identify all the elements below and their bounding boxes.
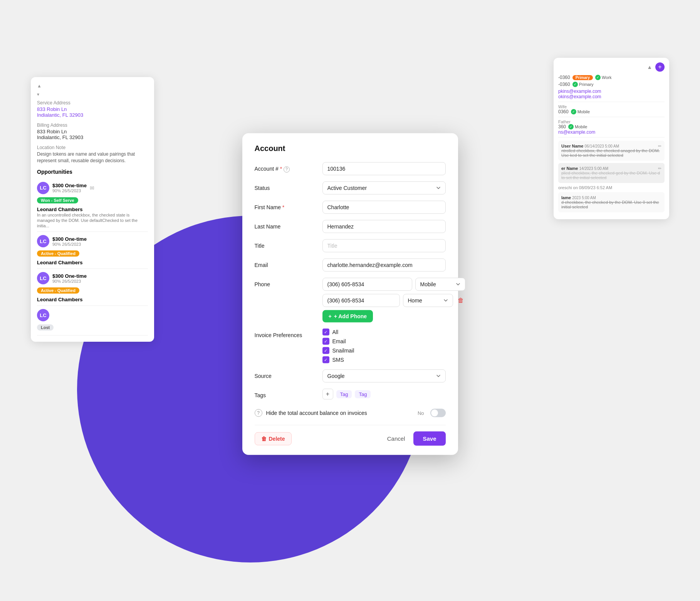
billing-address-label: Billing Address — [37, 123, 148, 128]
plus-icon: + — [329, 313, 332, 319]
invoice-pref-all[interactable]: ✓ All — [322, 329, 446, 336]
help-circle-icon[interactable]: ? — [255, 409, 262, 417]
chevron-up-icon[interactable]: ▲ — [647, 64, 652, 70]
chevron-up-icon[interactable]: ▲ — [37, 83, 148, 89]
invoice-pref-sms[interactable]: ✓ SMS — [322, 356, 446, 363]
edit-icon[interactable]: ✏ — [658, 144, 661, 149]
opp-badge-won: Won - Self Serve — [37, 197, 78, 203]
checkbox-sms[interactable]: ✓ — [322, 356, 329, 363]
mobile-badge: ✓ Mobile — [568, 124, 587, 129]
add-tag-button[interactable]: + — [322, 389, 333, 400]
phone-input-2[interactable] — [322, 294, 400, 307]
opp-desc: In an uncontrolled checkbox, the checked… — [37, 212, 148, 229]
hide-balance-toggle[interactable] — [430, 409, 446, 417]
contact-relation: Wife — [558, 104, 665, 109]
source-select[interactable]: Google Referral Social Media Other — [322, 369, 446, 383]
contact-phone: -0360 — [558, 82, 570, 87]
add-phone-label: + Add Phone — [334, 313, 367, 319]
required-indicator: * — [280, 166, 282, 172]
save-button[interactable]: Save — [413, 431, 445, 446]
service-address-label: Service Address — [37, 100, 148, 106]
contact-row: Wife 0360 ✓ Mobile — [558, 104, 665, 117]
notes-section: User Name 06/14/2023 5:00 AM ✏ ntrolled … — [558, 141, 665, 212]
note-footer: oreschi on 08/09/23 6:52 AM — [558, 185, 665, 190]
delete-phone-button[interactable]: 🗑 — [456, 295, 465, 306]
tags-field: + Tag Tag — [322, 389, 446, 400]
avatar: LC — [37, 235, 49, 247]
phone-input-1[interactable] — [322, 278, 412, 291]
phone-row-2: Mobile Home Work 🗑 — [322, 294, 465, 307]
invoice-prefs-label: Invoice Preferences — [255, 329, 316, 338]
service-address-line1[interactable]: 833 Robin Ln — [37, 106, 67, 112]
opportunities-section: Opportunities LC $300 One-time 90% 26/5/… — [37, 169, 148, 336]
phone-type-select-2[interactable]: Mobile Home Work — [403, 294, 453, 307]
email-label: Email — [255, 259, 316, 268]
tags-container: + Tag Tag — [322, 389, 446, 400]
modal-title: Account — [255, 144, 446, 153]
email-input[interactable] — [322, 259, 446, 272]
contact-email[interactable]: ns@example.com — [558, 129, 665, 135]
checkbox-snailmail[interactable]: ✓ — [322, 347, 329, 354]
opportunity-item[interactable]: LC Lost — [37, 306, 148, 336]
contact-phone: 0360 — [558, 109, 569, 114]
envelope-icon[interactable]: ✉ — [90, 185, 94, 191]
note-item: User Name 06/14/2023 5:00 AM ✏ ntrolled … — [558, 141, 665, 161]
add-contact-button[interactable]: + — [655, 62, 665, 72]
opportunity-item[interactable]: LC $300 One-time 90% 26/5/2023 Active - … — [37, 269, 148, 306]
checkbox-all[interactable]: ✓ — [322, 329, 329, 336]
required-indicator: * — [282, 204, 284, 210]
invoice-pref-email[interactable]: ✓ Email — [322, 338, 446, 345]
status-select[interactable]: Active Customer Inactive Lead Prospect — [322, 181, 446, 195]
tag-item-2[interactable]: Tag — [355, 390, 371, 398]
hide-balance-row: ? Hide the total account balance on invo… — [255, 406, 446, 417]
location-note-section: Location Note Design tokens are name and… — [37, 145, 148, 164]
opportunity-item[interactable]: LC $300 One-time 90% 26/5/2023 ✉ Won - S… — [37, 179, 148, 232]
note-item: er Name 14/2023 5:00 AM ✏ plied checkbox… — [558, 163, 665, 183]
primary-badge-green: ✓ Primary — [572, 82, 594, 87]
first-name-input[interactable] — [322, 201, 446, 214]
delete-button[interactable]: 🗑 Delete — [255, 432, 292, 445]
first-name-field — [322, 201, 446, 214]
mobile-label: Mobile — [575, 124, 587, 129]
first-name-row: First Name * — [255, 201, 446, 214]
edit-icon[interactable]: ✏ — [658, 166, 661, 171]
tags-label: Tags — [255, 389, 316, 398]
work-badge: ✓ Work — [595, 75, 611, 80]
invoice-pref-snailmail[interactable]: ✓ Snailmail — [322, 347, 446, 354]
phone-type-select-1[interactable]: Mobile Home Work — [415, 278, 465, 291]
invoice-pref-sms-label: SMS — [332, 357, 344, 363]
no-label: No — [418, 410, 424, 416]
invoice-pref-all-label: All — [332, 329, 339, 335]
tags-row: Tags + Tag Tag — [255, 389, 446, 400]
service-address-line2[interactable]: Indialantic, FL 32903 — [37, 112, 83, 118]
tag-item-1[interactable]: Tag — [336, 390, 352, 398]
contact-phone: 360 — [558, 124, 566, 129]
mobile-label: Mobile — [577, 109, 590, 114]
opp-amount: $300 One-time — [52, 183, 87, 188]
contact-email[interactable]: okins@example.com — [558, 94, 665, 99]
opportunity-item[interactable]: LC $300 One-time 90% 26/5/2023 Active - … — [37, 232, 148, 269]
status-row: Status Active Customer Inactive Lead Pro… — [255, 181, 446, 195]
title-input[interactable] — [322, 239, 446, 252]
opp-amount: $300 One-time — [52, 236, 87, 242]
account-number-input[interactable] — [322, 162, 446, 175]
account-number-row: Account # * ? — [255, 162, 446, 175]
invoice-prefs-field: ✓ All ✓ Email ✓ Snailmail ✓ SMS — [322, 329, 446, 363]
help-icon[interactable]: ? — [284, 166, 290, 172]
phone-field: Mobile Home Work Mobile Home Work 🗑 + + … — [322, 278, 465, 322]
contact-row: -0360 Primary ✓ Work -0360 ✓ Primary pki… — [558, 75, 665, 102]
avatar: LC — [37, 272, 49, 284]
last-name-input[interactable] — [322, 220, 446, 233]
source-row: Source Google Referral Social Media Othe… — [255, 369, 446, 383]
opp-date: 90% 26/5/2023 — [52, 242, 87, 247]
billing-address-section: Billing Address 833 Robin Ln Indialantic… — [37, 123, 148, 140]
cancel-button[interactable]: Cancel — [383, 432, 410, 445]
contact-email[interactable]: pkins@example.com — [558, 89, 665, 94]
phone-row: Phone Mobile Home Work Mobile Home Work … — [255, 278, 446, 322]
add-phone-button[interactable]: + + Add Phone — [322, 310, 373, 322]
checkbox-email[interactable]: ✓ — [322, 338, 329, 345]
invoice-pref-snailmail-label: Snailmail — [332, 348, 354, 354]
chevron-down-icon[interactable]: ▾ — [37, 92, 148, 97]
mobile-badge: ✓ Mobile — [571, 109, 590, 114]
status-field: Active Customer Inactive Lead Prospect — [322, 181, 446, 195]
